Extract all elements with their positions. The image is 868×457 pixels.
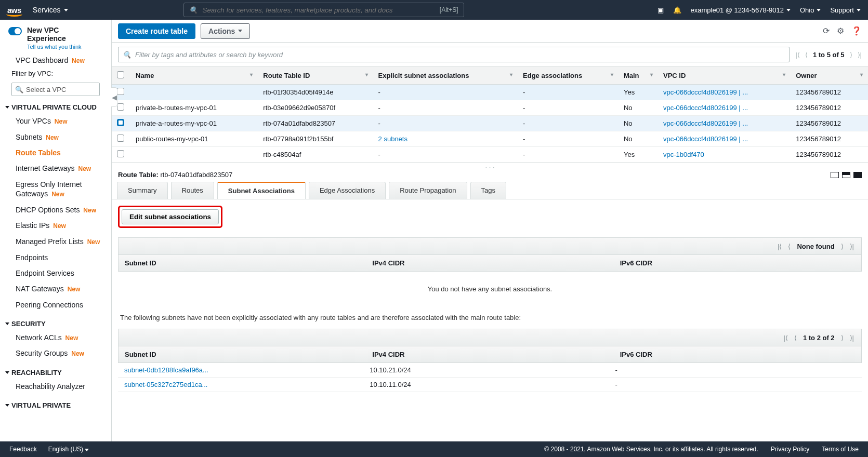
- help-icon[interactable]: ❓: [851, 26, 862, 36]
- sidebar-item[interactable]: Route Tables: [0, 145, 108, 160]
- tab[interactable]: Tags: [470, 182, 506, 199]
- nav-group-header[interactable]: VIRTUAL PRIVATE: [0, 399, 108, 411]
- support-menu[interactable]: Support: [830, 6, 861, 14]
- table-row[interactable]: rtb-c48504af--Yesvpc-1b0df47012345678901…: [112, 147, 868, 163]
- select-all-checkbox[interactable]: [117, 71, 124, 78]
- sidebar-item[interactable]: Endpoint Services: [0, 265, 108, 281]
- vpc-link[interactable]: vpc-1b0df470: [663, 151, 704, 158]
- tab[interactable]: Routes: [171, 182, 214, 199]
- page-last-icon[interactable]: ⟩|: [850, 334, 854, 342]
- layout-half-icon[interactable]: [842, 172, 850, 178]
- tab[interactable]: Subnet Associations: [217, 182, 306, 199]
- footer-privacy[interactable]: Privacy Policy: [771, 446, 810, 453]
- details-id: rtb-074a01dfabd823507: [160, 171, 232, 179]
- table-row[interactable]: private-b-routes-my-vpc-01rtb-03e09662d9…: [112, 100, 868, 116]
- notifications-icon[interactable]: 🔔: [673, 6, 681, 14]
- search-icon: 🔍: [189, 6, 198, 14]
- sidebar-item[interactable]: Egress Only Internet Gateways New: [0, 177, 108, 202]
- page-next-icon[interactable]: ⟩: [850, 51, 852, 59]
- search-input[interactable]: [203, 6, 435, 14]
- column-header[interactable]: Explicit subnet associations▾: [373, 67, 518, 85]
- edit-subnet-associations-button[interactable]: Edit subnet associations: [122, 209, 219, 224]
- table-row[interactable]: subnet-05c327c275ed1ca...10.10.11.0/24-: [118, 378, 862, 392]
- sidebar-item[interactable]: Security Groups New: [0, 345, 108, 361]
- column-header: IPv6 CIDR: [614, 346, 861, 362]
- column-header[interactable]: Edge associations▾: [518, 67, 619, 85]
- column-header[interactable]: Main▾: [619, 67, 658, 85]
- sidebar-item[interactable]: Internet Gateways New: [0, 160, 108, 177]
- sidebar-item[interactable]: NAT Gateways New: [0, 281, 108, 297]
- row-checkbox[interactable]: [117, 103, 124, 111]
- region-menu[interactable]: Ohio: [800, 6, 821, 14]
- sidebar-item[interactable]: Elastic IPs New: [0, 218, 108, 234]
- vpc-link[interactable]: vpc-066dcccf4d8026199 | ...: [663, 88, 748, 96]
- sidebar-item[interactable]: Peering Connections: [0, 297, 108, 313]
- row-checkbox[interactable]: [117, 135, 124, 142]
- page-last-icon[interactable]: ⟩|: [850, 243, 854, 250]
- sidebar-item[interactable]: Managed Prefix Lists New: [0, 234, 108, 250]
- services-menu[interactable]: Services: [33, 6, 68, 14]
- tab[interactable]: Route Propagation: [389, 182, 467, 199]
- column-header[interactable]: VPC ID▾: [658, 67, 791, 85]
- subnet-count-link[interactable]: 2 subnets: [378, 135, 407, 143]
- table-row[interactable]: public-routes-my-vpc-01rtb-07798a091f2b1…: [112, 131, 868, 147]
- subnet-link[interactable]: subnet-05c327c275ed1ca...: [124, 381, 207, 388]
- page-last-icon[interactable]: ⟩|: [858, 51, 862, 59]
- filter-input[interactable]: 🔍Filter by tags and attributes or search…: [118, 47, 790, 62]
- vpc-link[interactable]: vpc-066dcccf4d8026199 | ...: [663, 119, 748, 127]
- page-prev-icon[interactable]: ⟨: [788, 243, 791, 250]
- column-header[interactable]: Name▾: [130, 67, 258, 85]
- actions-menu-button[interactable]: Actions: [201, 23, 250, 39]
- page-next-icon[interactable]: ⟩: [841, 243, 844, 250]
- column-header: Subnet ID: [119, 346, 366, 362]
- sidebar-collapse-handle[interactable]: ◀: [111, 87, 117, 107]
- footer-terms[interactable]: Terms of Use: [822, 446, 859, 453]
- row-checkbox[interactable]: [117, 150, 124, 157]
- tab[interactable]: Edge Associations: [309, 182, 386, 199]
- footer-feedback[interactable]: Feedback: [9, 446, 37, 453]
- vpc-link[interactable]: vpc-066dcccf4d8026199 | ...: [663, 104, 748, 112]
- global-search[interactable]: 🔍 [Alt+S]: [183, 3, 464, 17]
- footer-copyright: © 2008 - 2021, Amazon Web Services, Inc.…: [544, 446, 758, 453]
- sidebar-item[interactable]: Subnets New: [0, 129, 108, 145]
- layout-split-icon[interactable]: [831, 172, 839, 178]
- feedback-link[interactable]: Tell us what you think: [27, 44, 100, 50]
- nav-group-header[interactable]: REACHABILITY: [0, 367, 108, 379]
- column-header[interactable]: Owner▾: [791, 67, 868, 85]
- column-header[interactable]: Route Table ID▾: [258, 67, 373, 85]
- settings-icon[interactable]: ⚙: [837, 26, 844, 36]
- aws-logo[interactable]: aws: [7, 6, 21, 15]
- vpc-select[interactable]: 🔍Select a VPC: [11, 83, 100, 96]
- sidebar-item[interactable]: Reachability Analyzer: [0, 379, 108, 394]
- page-first-icon[interactable]: |⟨: [796, 51, 800, 59]
- new-experience-title: New VPC Experience: [27, 26, 100, 43]
- subnet-link[interactable]: subnet-0db1288fca9af96a...: [124, 366, 208, 374]
- cloudshell-icon[interactable]: ▣: [657, 6, 664, 14]
- nav-group-header[interactable]: SECURITY: [0, 318, 108, 330]
- table-row[interactable]: private-a-routes-my-vpc-01rtb-074a01dfab…: [112, 116, 868, 131]
- sidebar-item[interactable]: Endpoints: [0, 250, 108, 265]
- sidebar-item[interactable]: DHCP Options Sets New: [0, 202, 108, 218]
- row-checkbox[interactable]: [117, 119, 124, 126]
- page-prev-icon[interactable]: ⟨: [805, 51, 808, 59]
- tab[interactable]: Summary: [117, 182, 168, 199]
- sidebar-vpc-dashboard[interactable]: VPC Dashboard New: [16, 56, 85, 64]
- footer-language[interactable]: English (US): [48, 446, 89, 453]
- page-first-icon[interactable]: |⟨: [778, 243, 782, 250]
- new-experience-toggle[interactable]: [8, 27, 22, 35]
- create-route-table-button[interactable]: Create route table: [118, 23, 195, 39]
- table-row[interactable]: subnet-0db1288fca9af96a...10.10.21.0/24-: [118, 363, 862, 378]
- account-menu[interactable]: example01 @ 1234-5678-9012: [691, 6, 791, 14]
- pane-resize-handle[interactable]: · · ·: [112, 163, 868, 168]
- row-checkbox[interactable]: [117, 88, 124, 95]
- page-prev-icon[interactable]: ⟨: [794, 334, 797, 342]
- page-next-icon[interactable]: ⟩: [841, 334, 844, 342]
- nav-group-header[interactable]: VIRTUAL PRIVATE CLOUD: [0, 101, 108, 113]
- vpc-link[interactable]: vpc-066dcccf4d8026199 | ...: [663, 135, 748, 143]
- page-first-icon[interactable]: |⟨: [784, 334, 788, 342]
- table-row[interactable]: rtb-01f30354d05f4914e--Yesvpc-066dcccf4d…: [112, 85, 868, 100]
- sidebar-item[interactable]: Network ACLs New: [0, 330, 108, 346]
- layout-full-icon[interactable]: [853, 172, 862, 178]
- sidebar-item[interactable]: Your VPCs New: [0, 113, 108, 129]
- refresh-icon[interactable]: ⟳: [823, 26, 830, 36]
